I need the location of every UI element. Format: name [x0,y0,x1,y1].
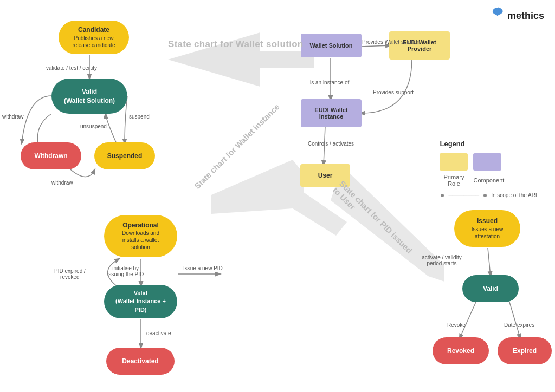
legend-labels-row: Primary Role Component [440,174,539,187]
label-unsuspend: unsuspend [80,123,107,129]
suspended-label: Suspended [107,152,143,160]
valid-wallet-pid-label: Valid(Wallet Instance +PID) [115,290,166,313]
revoked-node: Revoked [433,337,489,364]
valid-pid-node: Valid [462,275,519,302]
label-withdraw-bottom: withdraw [51,180,73,186]
issue-pid-arrow [178,269,227,279]
label-suspend: suspend [129,114,150,120]
svg-point-1 [441,194,444,197]
label-activate: activate / validity period starts [415,254,469,266]
withdrawn-label: Withdrawn [34,152,67,160]
legend-primary-role-box [440,153,468,171]
eudi-wallet-provider-node: EUDI WalletProvider [389,31,450,60]
logo-text: methics [507,10,544,22]
issued-desc: Issues a newattestation [472,226,503,240]
logo: methics [490,6,544,25]
arrow-suspended-valid [106,114,117,143]
suspended-node: Suspended [94,142,155,169]
deactivated-node: Deactivated [106,348,175,375]
label-date-expires: Date expires [504,322,534,328]
deactivated-label: Deactivated [122,357,158,365]
wallet-solution-box-node: Wallet Solution [301,34,362,57]
legend: Legend Primary Role Component ──────── I… [440,140,539,198]
valid-wallet-label: Valid(Wallet Solution) [64,87,115,106]
withdrawn-node: Withdrawn [21,142,81,169]
legend-primary-role-label: Primary Role [440,174,468,187]
arrow-withdraw-bottom [70,169,95,177]
legend-arrow-end-icon [482,193,488,198]
valid-wallet-pid-node: Valid(Wallet Instance +PID) [104,285,177,318]
section-title-wallet-instance: State chart for Wallet instance [192,102,281,191]
eudi-wallet-instance-label: EUDI WalletInstance [314,107,347,120]
label-provides-wallet: Provides Wallet solution [362,39,420,45]
legend-component-box [473,153,501,171]
label-revoke: Revoke [447,322,466,328]
label-validate: validate / test / certify [34,65,109,71]
label-provides-support: Provides support [373,89,414,95]
expired-label: Expired [513,347,537,355]
arrow-withdrawn-up [37,114,51,143]
revoked-label: Revoked [447,347,474,355]
arrow-valid-expired [509,302,520,338]
legend-in-scope-label: In scope of the ARF [491,192,539,198]
svg-point-2 [483,194,487,197]
wallet-solution-box-label: Wallet Solution [309,42,352,49]
valid-wallet-solution-node: Valid(Wallet Solution) [51,79,127,114]
eudi-wallet-instance-node: EUDI WalletInstance [301,99,362,127]
label-initialise: initialise byissuing the PID [107,265,144,277]
legend-arrow-line: ──────── [448,192,479,198]
candidate-title: Candidate [73,26,115,35]
candidate-desc: Publishes a newrelease candidate [73,35,115,49]
operational-node: Operational Downloads andinstalls a wall… [104,215,177,257]
legend-arrow-row: ──────── In scope of the ARF [440,192,539,198]
candidate-node: Candidate Publishes a newrelease candida… [59,21,129,54]
expired-node: Expired [498,337,552,364]
arrow-valid-revoked [460,302,476,338]
section-title-pid-issued: State chart for PID issuedto User [331,179,414,262]
legend-title: Legend [440,140,539,148]
legend-row-primary [440,153,539,171]
label-deactivate: deactivate [146,330,171,336]
label-controls: Controls / activates [308,141,354,147]
label-withdraw-left: withdraw [2,114,23,120]
operational-desc: Downloads andinstalls a walletsolution [122,230,159,251]
issued-title: Issued [472,217,503,226]
arrow-provider-instance [360,58,412,113]
legend-component-label: Component [473,177,501,184]
issued-node: Issued Issues a newattestation [454,210,520,247]
user-label: User [318,172,333,179]
valid-pid-label: Valid [483,285,498,292]
operational-title: Operational [122,221,159,230]
section-title-wallet-solution: State chart for Wallet solution [168,39,304,50]
arrow-valid-withdrawn [22,96,51,143]
label-pid-expired: PID expired /revoked [54,268,86,280]
arrow-issued-valid [488,248,491,276]
legend-dot-icon [440,193,445,198]
arrow-wallet-sol-provider [360,45,390,47]
label-is-instance: is an instance of [310,80,349,86]
logo-bird-icon [490,6,505,25]
diagram-container: methics [0,0,555,392]
